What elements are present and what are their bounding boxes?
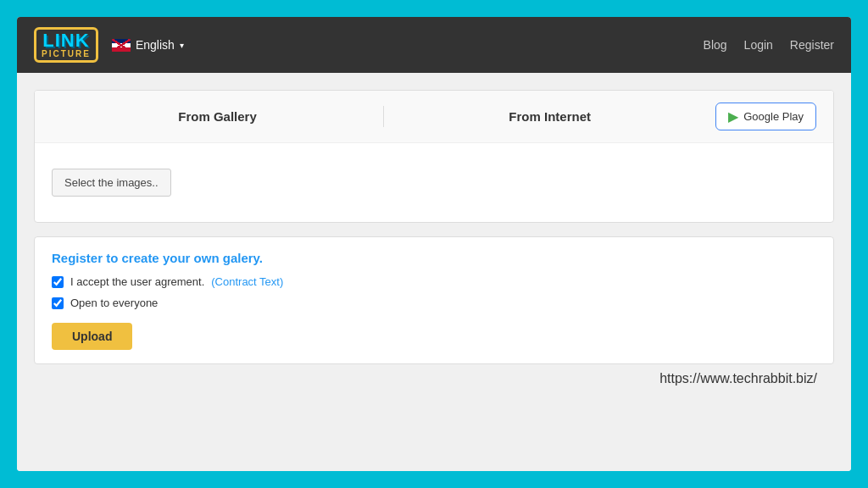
logo: link picture	[34, 27, 98, 63]
header-left: link picture English ▾	[34, 27, 184, 63]
header-nav: Blog Login Register	[704, 38, 834, 52]
tab-from-internet[interactable]: From Internet	[384, 106, 715, 127]
register-section: Register to create your own galery. I ac…	[34, 236, 834, 364]
select-images-button[interactable]: Select the images..	[52, 169, 171, 197]
logo-picture-text: picture	[42, 50, 91, 58]
chevron-down-icon: ▾	[180, 41, 184, 50]
register-title: Register to create your own galery.	[52, 251, 816, 265]
google-play-button[interactable]: ▶ Google Play	[715, 103, 816, 130]
accept-agreement-checkbox[interactable]	[52, 276, 64, 288]
upload-button[interactable]: Upload	[52, 323, 132, 350]
contract-text-link[interactable]: (Contract Text)	[211, 275, 283, 288]
upload-body: Select the images..	[35, 143, 833, 222]
tabs-row: From Gallery From Internet ▶ Google Play	[35, 91, 833, 143]
accept-agreement-row: I accept the user agrement. (Contract Te…	[52, 275, 816, 288]
tab-from-gallery[interactable]: From Gallery	[52, 106, 384, 127]
language-selector[interactable]: English ▾	[112, 38, 184, 52]
google-play-label: Google Play	[743, 110, 804, 123]
logo-box: link picture	[34, 27, 98, 63]
header: link picture English ▾ Blog Login Regist…	[17, 17, 851, 73]
main-content: From Gallery From Internet ▶ Google Play…	[17, 73, 851, 471]
blog-link[interactable]: Blog	[704, 38, 727, 52]
flag-icon	[112, 39, 131, 52]
upload-card: From Gallery From Internet ▶ Google Play…	[34, 90, 834, 223]
register-link[interactable]: Register	[790, 38, 834, 52]
footer-url: https://www.techrabbit.biz/	[34, 364, 834, 393]
login-link[interactable]: Login	[744, 38, 773, 52]
logo-link-text: link	[42, 31, 89, 50]
open-everyone-checkbox[interactable]	[52, 297, 64, 309]
open-everyone-row: Open to everyone	[52, 297, 816, 309]
accept-agreement-label: I accept the user agrement.	[70, 275, 204, 288]
open-everyone-label: Open to everyone	[70, 297, 158, 309]
google-play-icon: ▶	[728, 108, 738, 125]
language-label: English	[136, 38, 175, 52]
